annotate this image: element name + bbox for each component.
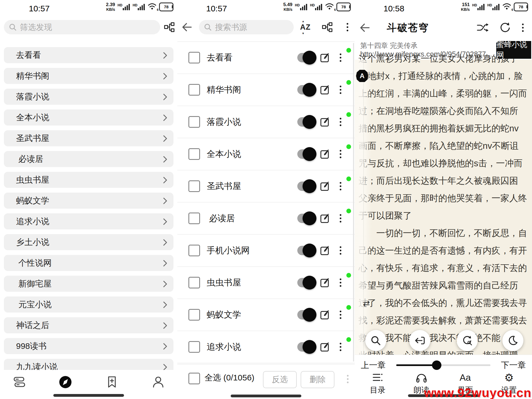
profile-tab-icon[interactable] xyxy=(151,375,165,389)
book-source-row[interactable]: 落霞小说 xyxy=(177,106,355,138)
row-more-icon[interactable] xyxy=(340,185,341,187)
invert-selection-button[interactable]: 反选 xyxy=(263,371,297,388)
refresh-icon[interactable] xyxy=(498,21,512,35)
row-checkbox[interactable] xyxy=(188,341,200,353)
enable-toggle[interactable] xyxy=(297,310,315,319)
row-more-icon[interactable] xyxy=(340,121,341,123)
toc-button[interactable]: 目录 xyxy=(361,372,394,395)
row-more-icon[interactable] xyxy=(340,282,341,283)
jump-back-float-button[interactable] xyxy=(409,330,430,351)
enable-toggle[interactable] xyxy=(297,278,315,287)
discover-source-item[interactable]: 去看看 xyxy=(4,47,173,63)
book-source-row[interactable]: 追求小说 xyxy=(177,331,355,363)
book-source-row[interactable]: 蚂蚁文学 xyxy=(177,299,355,331)
chapter-progress-slider[interactable] xyxy=(396,364,490,366)
source-site-badge[interactable]: 蜜蜂小说网 xyxy=(496,41,531,59)
enable-toggle[interactable] xyxy=(297,85,315,94)
enable-toggle[interactable] xyxy=(297,149,315,159)
row-more-icon[interactable] xyxy=(340,346,341,348)
book-source-row[interactable]: 手机小说网 xyxy=(177,235,355,267)
discover-search-bar[interactable] xyxy=(4,20,160,34)
book-source-row[interactable]: 虫虫书屋 xyxy=(177,267,355,299)
book-source-row[interactable]: 必读居 xyxy=(177,203,355,235)
discover-source-item[interactable]: 乡土小说 xyxy=(4,234,173,250)
explore-tab-icon[interactable] xyxy=(58,375,73,389)
row-checkbox[interactable] xyxy=(188,116,200,128)
discover-source-item[interactable]: 全本小说 xyxy=(4,109,173,126)
enable-toggle[interactable] xyxy=(297,117,315,127)
enable-toggle[interactable] xyxy=(297,181,315,191)
row-more-icon[interactable] xyxy=(340,153,341,155)
footer-more-icon[interactable] xyxy=(347,378,349,380)
source-search-input[interactable] xyxy=(214,22,289,32)
chevron-right-icon xyxy=(163,322,167,329)
delete-button[interactable]: 删除 xyxy=(301,371,334,388)
discover-source-item[interactable]: 998读书 xyxy=(4,338,173,354)
source-search-bar[interactable] xyxy=(199,20,294,34)
row-more-icon[interactable] xyxy=(340,89,341,91)
search-float-button[interactable] xyxy=(365,330,386,351)
discover-source-item[interactable]: 新御宅屋 xyxy=(4,276,173,292)
change-source-icon[interactable] xyxy=(475,21,490,35)
discover-source-item[interactable]: 神话之后 xyxy=(4,317,173,333)
row-checkbox[interactable] xyxy=(188,213,200,224)
edit-source-icon[interactable] xyxy=(319,52,330,63)
scrollbar[interactable] xyxy=(353,43,354,362)
row-checkbox[interactable] xyxy=(188,148,200,160)
edit-source-icon[interactable] xyxy=(319,245,330,256)
refresh-source-float-button[interactable] xyxy=(457,330,478,351)
discover-source-item[interactable]: 圣武书屋 xyxy=(4,130,173,146)
source-group-icon[interactable] xyxy=(162,20,177,34)
edit-source-icon[interactable] xyxy=(319,277,330,288)
enable-toggle[interactable] xyxy=(297,214,315,223)
row-more-icon[interactable] xyxy=(340,57,341,58)
edit-source-icon[interactable] xyxy=(319,181,330,192)
edit-source-icon[interactable] xyxy=(319,309,330,320)
reading-page[interactable]: 这个黑衫男对某一位美女大佬摩身的孩子断地封x，打通经脉的表情，心跳的加，脸上的红… xyxy=(355,60,532,399)
row-checkbox[interactable] xyxy=(188,52,200,63)
book-source-row[interactable]: 去看看 xyxy=(177,42,355,74)
enable-toggle[interactable] xyxy=(297,53,315,62)
row-checkbox[interactable] xyxy=(188,277,200,288)
more-menu-icon[interactable] xyxy=(516,21,530,35)
discover-source-item[interactable]: 个性说网 xyxy=(4,255,173,271)
discover-source-list: 去看看 精华书阁 落霞小说 全本小说 圣武书屋 必读居 xyxy=(4,47,173,399)
discover-source-item[interactable]: 精华书阁 xyxy=(4,68,173,84)
discover-source-item[interactable]: 元宝小说 xyxy=(4,296,173,313)
source-group-icon[interactable] xyxy=(320,20,334,34)
row-checkbox[interactable] xyxy=(188,84,200,96)
discover-search-input[interactable] xyxy=(19,22,155,32)
discover-source-item[interactable]: 追求小说 xyxy=(4,213,173,229)
row-checkbox[interactable] xyxy=(188,245,200,256)
back-button[interactable] xyxy=(180,20,194,34)
edit-source-icon[interactable] xyxy=(319,116,330,127)
night-mode-float-button[interactable] xyxy=(502,330,523,351)
back-button[interactable] xyxy=(357,21,372,35)
discover-source-item[interactable]: 必读居 xyxy=(4,151,173,167)
book-source-row[interactable]: 圣武书屋 xyxy=(177,170,355,203)
discover-source-item[interactable]: 蚂蚁文学 xyxy=(4,193,173,209)
edit-source-icon[interactable] xyxy=(319,149,330,160)
row-checkbox[interactable] xyxy=(188,180,200,192)
bookshelf-tab-icon[interactable] xyxy=(12,375,27,389)
chapter-slider-thumb[interactable] xyxy=(432,360,441,370)
enable-toggle[interactable] xyxy=(297,342,315,352)
discover-source-item[interactable]: 虫虫书屋 xyxy=(4,172,173,188)
next-chapter-button[interactable]: 下一章 xyxy=(501,360,526,371)
sort-az-button[interactable]: AZ▲▼ xyxy=(298,20,313,34)
edit-source-icon[interactable] xyxy=(319,213,330,224)
more-menu-icon[interactable] xyxy=(340,20,355,34)
row-more-icon[interactable] xyxy=(340,250,341,251)
subscription-tab-icon[interactable] xyxy=(105,375,119,389)
discover-source-item[interactable]: 落霞小说 xyxy=(4,89,173,105)
enable-toggle[interactable] xyxy=(297,246,315,255)
book-source-row[interactable]: 精华书阁 xyxy=(177,74,355,106)
row-more-icon[interactable] xyxy=(340,218,341,219)
row-checkbox[interactable] xyxy=(188,309,200,321)
book-source-row[interactable]: 全本小说 xyxy=(177,138,355,170)
edit-source-icon[interactable] xyxy=(319,84,330,95)
prev-chapter-button[interactable]: 上一章 xyxy=(361,360,386,371)
row-more-icon[interactable] xyxy=(340,314,341,316)
select-all-checkbox[interactable] xyxy=(188,373,200,384)
edit-source-icon[interactable] xyxy=(319,341,330,352)
